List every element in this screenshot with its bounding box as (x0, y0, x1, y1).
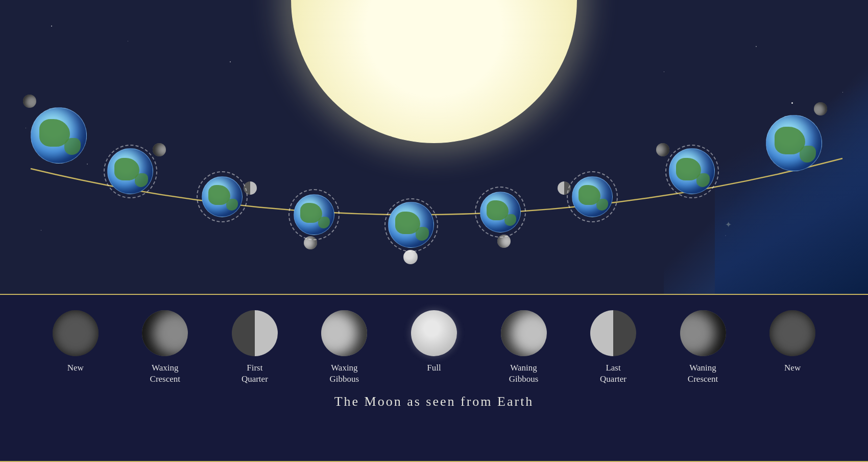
earth-3 (202, 176, 243, 217)
moon-new-1 (23, 95, 36, 108)
moon-waning-crescent-8 (656, 143, 669, 156)
phase-item-last-quarter: LastQuarter (574, 310, 653, 385)
phase-label-first-quarter: FirstQuarter (242, 362, 268, 385)
phase-item-full: Full (394, 310, 473, 374)
phase-icon-waning-gibbous (501, 310, 547, 356)
earth-1 (31, 107, 87, 164)
orbit-position-3 (202, 176, 243, 217)
orbit-position-2 (107, 148, 153, 194)
phase-icon-waxing-gibbous (321, 310, 367, 356)
phase-icon-waning-crescent (680, 310, 726, 356)
orbit-position-4 (294, 194, 334, 235)
phase-icon-new2 (769, 310, 815, 356)
earth-2 (107, 148, 153, 194)
orbit-position-1 (31, 107, 87, 164)
phase-label-waning-gibbous: WaningGibbous (509, 362, 539, 385)
earth-7 (572, 176, 613, 217)
phase-label-full: Full (427, 362, 441, 374)
phase-item-new1: New (36, 310, 115, 374)
phase-item-first-quarter: FirstQuarter (215, 310, 294, 385)
orbit-area: Sun (0, 0, 868, 294)
phase-label-waxing-gibbous: WaxingGibbous (330, 362, 359, 385)
earth-5 (388, 202, 434, 248)
phase-icon-full (411, 310, 457, 356)
phase-label-new2: New (784, 362, 801, 374)
phase-label-waxing-crescent: WaxingCrescent (150, 362, 180, 385)
phase-icon-new1 (53, 310, 99, 356)
phase-label-waning-crescent: WaningCrescent (688, 362, 718, 385)
bottom-caption: The Moon as seen from Earth (0, 394, 868, 414)
moon-phases-row: New WaxingCrescent FirstQuarter WaxingGi… (0, 295, 868, 390)
orbit-position-5 (388, 202, 434, 248)
phase-item-waxing-gibbous: WaxingGibbous (305, 310, 384, 385)
phase-icon-waxing-crescent (142, 310, 188, 356)
phase-icon-last-quarter (590, 310, 636, 356)
phase-item-waning-gibbous: WaningGibbous (484, 310, 563, 385)
orbit-position-9 (766, 115, 822, 171)
orbit-position-6 (480, 192, 521, 233)
orbit-position-7 (572, 176, 613, 217)
phase-item-waxing-crescent: WaxingCrescent (126, 310, 205, 385)
earth-8 (669, 148, 715, 194)
phase-item-waning-crescent: WaningCrescent (663, 310, 742, 385)
bottom-panel: New WaxingCrescent FirstQuarter WaxingGi… (0, 294, 868, 462)
orbit-position-8 (669, 148, 715, 194)
earth-6 (480, 192, 521, 233)
moon-waxing-crescent-2 (153, 143, 166, 156)
phase-icon-first-quarter (232, 310, 278, 356)
phase-item-new2: New (753, 310, 832, 374)
phase-label-new1: New (67, 362, 84, 374)
earth-4 (294, 194, 334, 235)
moon-new-9 (814, 102, 827, 115)
moon-full-5 (403, 250, 418, 264)
phase-label-last-quarter: LastQuarter (600, 362, 626, 385)
earth-9 (766, 115, 822, 171)
